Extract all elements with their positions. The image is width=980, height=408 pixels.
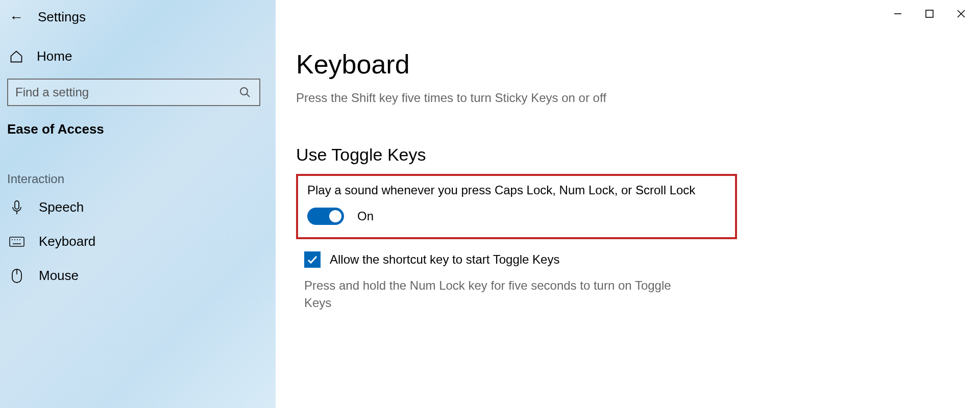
checkbox-hint: Press and hold the Num Lock key for five… [296, 277, 694, 311]
header-row: ← Settings [5, 6, 271, 39]
sidebar-group-label: Interaction [5, 146, 271, 190]
home-icon [9, 49, 23, 64]
svg-rect-13 [926, 10, 933, 17]
highlight-box: Play a sound whenever you press Caps Loc… [296, 174, 737, 239]
page-title: Keyboard [296, 49, 960, 80]
minimize-button[interactable] [883, 3, 913, 24]
svg-rect-2 [15, 201, 19, 209]
back-arrow-icon[interactable]: ← [9, 10, 23, 24]
window-controls [883, 3, 976, 24]
sidebar-item-keyboard[interactable]: Keyboard [5, 224, 271, 259]
sidebar-item-label: Speech [39, 199, 84, 215]
toggle-state-label: On [357, 209, 374, 223]
toggle-description: Play a sound whenever you press Caps Loc… [307, 183, 726, 197]
nav-home[interactable]: Home [5, 39, 271, 73]
search-box[interactable] [7, 79, 260, 106]
content-area: Keyboard Press the Shift key five times … [276, 0, 980, 311]
search-input[interactable] [8, 80, 259, 105]
maximize-button[interactable] [915, 3, 944, 24]
keyboard-icon [9, 237, 24, 247]
main-panel: Keyboard Press the Shift key five times … [276, 0, 980, 408]
toggle-keys-switch[interactable] [307, 208, 344, 225]
sidebar-item-speech[interactable]: Speech [5, 190, 271, 224]
sidebar-section-label: Ease of Access [5, 118, 271, 146]
sidebar: ← Settings Home Ease of Access Interacti… [0, 0, 276, 408]
search-wrapper [7, 79, 268, 106]
app-title: Settings [38, 9, 86, 25]
svg-point-0 [240, 88, 248, 95]
microphone-icon [9, 200, 24, 215]
toggle-row: On [307, 208, 726, 225]
svg-line-1 [247, 94, 250, 97]
toggle-knob [329, 210, 341, 222]
section-title-toggle-keys: Use Toggle Keys [296, 145, 960, 165]
shortcut-checkbox[interactable] [304, 251, 321, 268]
sidebar-item-mouse[interactable]: Mouse [5, 259, 271, 293]
search-icon [239, 86, 251, 98]
checkbox-row: Allow the shortcut key to start Toggle K… [296, 251, 960, 268]
mouse-icon [9, 268, 24, 284]
nav-home-label: Home [37, 48, 72, 64]
checkbox-label: Allow the shortcut key to start Toggle K… [330, 252, 559, 267]
sticky-keys-description: Press the Shift key five times to turn S… [296, 91, 960, 105]
sidebar-item-label: Mouse [39, 268, 79, 284]
svg-rect-4 [10, 237, 24, 246]
close-button[interactable] [946, 3, 976, 24]
sidebar-item-label: Keyboard [39, 234, 95, 249]
